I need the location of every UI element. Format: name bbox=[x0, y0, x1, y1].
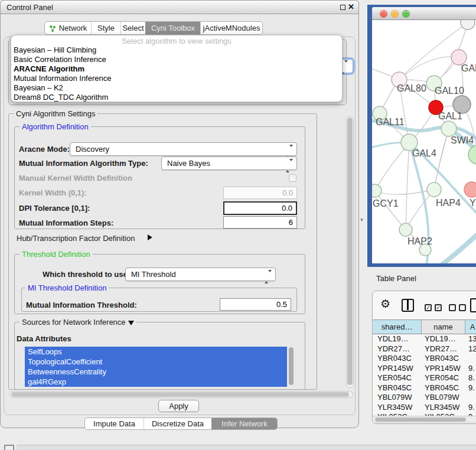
table-row[interactable]: YBL079WYBL079W bbox=[373, 393, 476, 403]
tab-infer-network[interactable]: Infer Network bbox=[211, 418, 277, 429]
minimize-traffic-icon[interactable] bbox=[391, 10, 399, 18]
tab-jactivemnodules[interactable]: jActiveMNodules bbox=[200, 22, 262, 34]
network-canvas[interactable]: GALGAL80GAL10GAL1GAL11SWI4GAL4GCY1HAP4YH… bbox=[372, 20, 476, 263]
which-threshold-select[interactable]: MI Threshold bbox=[125, 268, 276, 281]
checked-checkbox-icon[interactable]: ✓ bbox=[425, 304, 432, 311]
network-edge[interactable] bbox=[375, 191, 406, 230]
manual-kernel-width-checkbox[interactable] bbox=[289, 174, 296, 182]
dropdown-item-basic-correlation-inference[interactable]: Basic Correlation Inference bbox=[11, 55, 342, 64]
bottom-left-panel-icon[interactable] bbox=[4, 445, 14, 450]
zoom-traffic-icon[interactable] bbox=[402, 10, 410, 18]
tab-label: Network bbox=[59, 24, 87, 32]
network-node-gcy1[interactable] bbox=[372, 184, 382, 197]
unchecked-checkbox-icon[interactable] bbox=[459, 304, 466, 311]
network-edge[interactable] bbox=[375, 190, 434, 194]
node-label-gal11: GAL11 bbox=[376, 117, 405, 127]
column-header-name[interactable]: name bbox=[422, 320, 465, 334]
algorithm-dropdown: Select algorithm to view settings Bayesi… bbox=[11, 35, 343, 102]
table-cell: YBL079W bbox=[422, 393, 465, 403]
tab-label: Impute Data bbox=[93, 419, 135, 428]
table-panel-footer bbox=[373, 422, 476, 424]
kernel-width-field[interactable]: 0.0 bbox=[223, 187, 297, 199]
network-node-y[interactable] bbox=[464, 182, 476, 197]
which-threshold-value: MI Threshold bbox=[131, 270, 176, 279]
network-edge[interactable] bbox=[406, 142, 409, 230]
apply-button[interactable]: Apply bbox=[158, 400, 199, 412]
tab-impute-data[interactable]: Impute Data bbox=[85, 418, 144, 429]
table-panel-title: Table Panel bbox=[376, 274, 416, 283]
control-panel-titlebar[interactable]: Control Panel ✕ bbox=[0, 0, 359, 14]
which-threshold-label: Which threshold to use: bbox=[43, 270, 130, 279]
attribute-item-gal4rgexp[interactable]: gal4RGexp bbox=[25, 377, 287, 387]
unchecked-checkbox-icon[interactable] bbox=[449, 304, 456, 311]
checked-checkbox-icon[interactable]: ✓ bbox=[435, 304, 442, 311]
aracne-mode-value: Discovery bbox=[76, 145, 109, 154]
table-cell: 8. bbox=[465, 373, 476, 383]
table-horizontal-scrollbar[interactable] bbox=[373, 416, 476, 422]
collapse-arrow-icon[interactable] bbox=[128, 321, 134, 325]
network-node-swi4[interactable] bbox=[441, 121, 457, 136]
mi-algorithm-type-select[interactable]: Naive Bayes bbox=[161, 156, 297, 170]
node-label-gal4: GAL4 bbox=[412, 148, 436, 158]
network-node[interactable] bbox=[468, 145, 476, 164]
cyni-bottom-tabbar: Impute DataDiscretize DataInfer Network bbox=[84, 418, 278, 430]
close-icon[interactable]: ✕ bbox=[348, 2, 354, 11]
mi-algorithm-type-value: Naive Bayes bbox=[167, 159, 210, 168]
table-cell: YBR045C bbox=[422, 383, 465, 393]
close-traffic-icon[interactable] bbox=[380, 10, 387, 18]
table-row[interactable]: YDR27…YDR27…12 bbox=[373, 344, 476, 354]
table-row[interactable]: YLR345WYLR345W9. bbox=[373, 403, 476, 413]
table-cell: YDL19… bbox=[422, 334, 465, 344]
settings-vertical-scrollbar[interactable] bbox=[346, 116, 354, 388]
expand-arrow-icon[interactable] bbox=[148, 234, 152, 240]
table-cell: YLR345W bbox=[373, 403, 422, 413]
network-node[interactable] bbox=[461, 20, 475, 30]
dropdown-item-mutual-information-inference[interactable]: Mutual Information Inference bbox=[11, 74, 342, 83]
dropdown-item-bayesian-hill-climbing[interactable]: Bayesian – Hill Climbing bbox=[11, 45, 342, 55]
dropdown-item-aracne-algorithm[interactable]: ARACNE Algorithm bbox=[11, 64, 342, 74]
network-view-window[interactable]: GALGAL80GAL10GAL1GAL11SWI4GAL4GCY1HAP4YH… bbox=[367, 5, 476, 267]
table-cell: YBR043C bbox=[373, 354, 422, 364]
columns-icon[interactable] bbox=[402, 299, 414, 312]
network-edge[interactable] bbox=[375, 142, 409, 191]
document-icon[interactable] bbox=[470, 298, 476, 312]
mi-threshold-field[interactable]: 0.5 bbox=[220, 298, 291, 311]
threshold-definition-title: Threshold Definition bbox=[19, 250, 93, 259]
table-row[interactable]: YDL19…YDL19…13 bbox=[373, 334, 476, 344]
tab-label: Style bbox=[97, 24, 115, 32]
attributes-scrollbar[interactable] bbox=[289, 347, 294, 385]
attribute-item-betweennesscentrality[interactable]: BetweennessCentrality bbox=[25, 367, 287, 377]
dropdown-item-dream8-dc-tdc-algorithm[interactable]: Dream8 DC_TDC Algorithm bbox=[11, 93, 342, 102]
dpi-tolerance-field[interactable]: 0.0 bbox=[223, 201, 297, 215]
column-header-a[interactable]: A bbox=[465, 320, 476, 334]
gear-icon[interactable]: ⚙ bbox=[380, 297, 390, 311]
dpi-tolerance-label: DPI Tolerance [0,1]: bbox=[19, 204, 90, 213]
tab-style[interactable]: Style bbox=[91, 22, 120, 34]
table-cell: 13 bbox=[465, 334, 476, 344]
table-cell bbox=[465, 354, 476, 364]
data-attributes-list: SelfLoopsTopologicalCoefficientBetweenne… bbox=[25, 347, 287, 387]
attribute-item-selfloops[interactable]: SelfLoops bbox=[25, 347, 287, 357]
float-icon[interactable] bbox=[340, 5, 345, 10]
aracne-mode-select[interactable]: Discovery bbox=[70, 142, 297, 156]
table-row[interactable]: YER054CYER054C8. bbox=[373, 373, 476, 383]
column-header-shared[interactable]: shared… bbox=[373, 320, 422, 334]
table-cell: YPR145W bbox=[373, 364, 422, 374]
mi-steps-field[interactable]: 6 bbox=[223, 216, 297, 229]
settings-horizontal-scrollbar[interactable] bbox=[9, 391, 353, 398]
network-window-titlebar[interactable] bbox=[372, 7, 476, 20]
table-row[interactable]: YBR045CYBR045C9. bbox=[373, 383, 476, 393]
table-row[interactable]: YPR145WYPR145W9. bbox=[373, 364, 476, 374]
dropdown-item-bayesian-k2[interactable]: Bayesian – K2 bbox=[11, 83, 342, 93]
tab-select[interactable]: Select bbox=[120, 22, 145, 34]
network-node-hap2[interactable] bbox=[399, 223, 412, 236]
attribute-item-topologicalcoefficient[interactable]: TopologicalCoefficient bbox=[25, 357, 287, 367]
tab-cyni-toolbox[interactable]: Cyni Toolbox bbox=[145, 22, 200, 34]
tab-discretize-data[interactable]: Discretize Data bbox=[144, 418, 211, 429]
table-row[interactable]: YBR043CYBR043C bbox=[373, 354, 476, 364]
tab-network[interactable]: Network bbox=[45, 22, 91, 34]
network-node-hap4[interactable] bbox=[427, 182, 441, 197]
network-edge[interactable] bbox=[442, 229, 476, 263]
node-label-y: Y bbox=[470, 198, 476, 208]
splitter-grip-icon[interactable] bbox=[361, 219, 363, 221]
